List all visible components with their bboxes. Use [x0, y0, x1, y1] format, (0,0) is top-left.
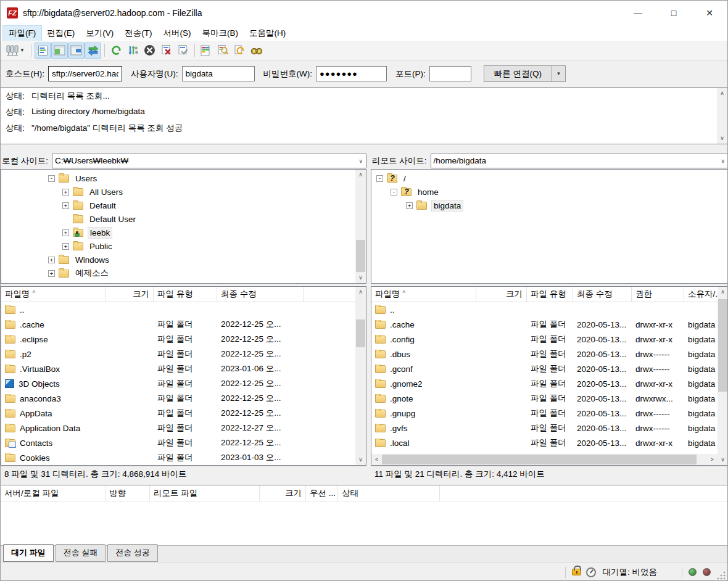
port-input[interactable] [429, 66, 471, 81]
column-header-name[interactable]: 파일명 [371, 287, 476, 302]
menu-help[interactable]: 도움말(H) [244, 26, 291, 41]
menu-file[interactable]: 파일(F) [3, 26, 41, 41]
table-row[interactable]: .p2파일 폴더2022-12-25 오... [1, 347, 366, 361]
table-row[interactable]: .. [371, 302, 728, 317]
table-row[interactable]: .eclipse파일 폴더2022-12-25 오... [1, 332, 366, 347]
username-input[interactable] [182, 66, 255, 81]
chevron-down-icon[interactable]: ∨ [721, 158, 725, 164]
site-manager-dropdown-icon[interactable]: ▼ [20, 47, 25, 53]
speed-limit-icon[interactable] [586, 567, 596, 577]
tree-item[interactable]: +All Users [1, 185, 366, 199]
scroll-up-icon[interactable]: ∧ [355, 287, 366, 297]
scroll-left-icon[interactable]: < [371, 456, 382, 463]
column-header-size[interactable]: 크기 [106, 287, 154, 302]
scroll-right-icon[interactable]: > [707, 456, 718, 463]
scrollbar-thumb[interactable] [718, 299, 727, 392]
tab-failed-transfers[interactable]: 전송 실패 [56, 544, 106, 562]
process-queue-icon[interactable] [125, 43, 141, 59]
column-header-server-local[interactable]: 서버/로컬 파일 [1, 485, 105, 501]
filter-files-icon[interactable] [215, 43, 231, 59]
expand-icon[interactable]: + [48, 270, 55, 277]
scroll-down-icon[interactable]: ∨ [355, 273, 366, 283]
column-header-owner[interactable]: 소유자/... [684, 287, 719, 302]
column-header-permissions[interactable]: 권한 [632, 287, 684, 302]
collapse-icon[interactable]: - [391, 189, 397, 196]
maximize-button[interactable]: □ [656, 1, 692, 25]
tree-item-selected[interactable]: +leebk [1, 226, 366, 239]
tree-item[interactable]: +예제소스 [1, 266, 366, 280]
collapse-icon[interactable]: - [48, 175, 55, 182]
menu-transfer[interactable]: 전송(T) [119, 26, 157, 41]
column-header-status[interactable]: 상태 [338, 485, 440, 501]
queue-body[interactable] [1, 501, 727, 545]
table-row[interactable]: .cache파일 폴더2022-12-25 오... [1, 317, 366, 332]
toggle-queue-icon[interactable] [85, 43, 101, 59]
scrollbar-thumb[interactable] [382, 455, 697, 464]
splitter[interactable] [1, 144, 727, 152]
remote-site-combo[interactable]: /home/bigdata∨ [431, 154, 728, 168]
table-row[interactable]: .gconf파일 폴더2020-05-13...drwx------bigdat… [371, 361, 728, 376]
table-row[interactable]: AppData파일 폴더2022-12-25 오... [1, 406, 366, 421]
column-header-size[interactable]: 크기 [476, 287, 527, 302]
directory-compare-icon[interactable] [198, 43, 215, 59]
log-scrollbar[interactable]: ∧ ∨ [717, 88, 727, 144]
column-header-remote-file[interactable]: 리모트 파일 [150, 485, 260, 501]
scroll-up-icon[interactable]: ∧ [718, 287, 728, 297]
remote-list-scrollbar[interactable]: ∧ ∨ [718, 287, 728, 465]
table-row[interactable]: .gvfs파일 폴더2020-05-13...drwx------bigdata… [371, 421, 728, 435]
local-site-combo[interactable]: C:₩Users₩leebk₩∨ [52, 154, 366, 168]
table-row[interactable]: .gnote파일 폴더2020-05-13...drwxrwx...bigdat… [371, 391, 728, 406]
scroll-down-icon[interactable]: ∨ [355, 455, 366, 465]
quickconnect-button[interactable]: 빠른 연결(Q) [484, 65, 552, 82]
table-row[interactable]: .gnome2파일 폴더2020-05-13...drwxr-xr-xbigda… [371, 376, 728, 391]
menu-view[interactable]: 보기(V) [80, 26, 119, 41]
menu-bookmarks[interactable]: 북마크(B) [197, 26, 244, 41]
scroll-up-icon[interactable]: ∧ [717, 88, 727, 99]
tree-item[interactable]: -home [371, 185, 728, 199]
expand-icon[interactable]: + [48, 257, 55, 263]
refresh-icon[interactable] [108, 43, 125, 59]
lock-icon[interactable] [572, 569, 581, 575]
expand-icon[interactable]: + [62, 189, 69, 196]
column-header-type[interactable]: 파일 유형 [154, 287, 217, 302]
table-row[interactable]: .gnupg파일 폴더2020-05-13...drwx------bigdat… [371, 406, 728, 421]
tab-queued-files[interactable]: 대기 파일 [3, 544, 54, 562]
cancel-icon[interactable] [141, 43, 158, 59]
table-row[interactable]: .dbus파일 폴더2020-05-13...drwx------bigdata… [371, 347, 728, 361]
expand-icon[interactable]: + [62, 243, 69, 250]
tree-item[interactable]: -/ [371, 171, 728, 185]
tree-item[interactable]: +Public [1, 239, 366, 253]
table-row[interactable]: Application Data파일 폴더2022-12-27 오... [1, 421, 366, 435]
tree-item[interactable]: +Default [1, 199, 366, 212]
menu-edit[interactable]: 편집(E) [41, 26, 80, 41]
scroll-up-icon[interactable]: ∧ [355, 170, 366, 180]
column-header-type[interactable]: 파일 유형 [527, 287, 573, 302]
scrollbar-thumb[interactable] [356, 319, 365, 347]
disconnect-icon[interactable] [158, 43, 175, 59]
tree-item[interactable]: -Users [1, 171, 366, 185]
quickconnect-dropdown-icon[interactable]: ▼ [552, 65, 566, 82]
table-row[interactable]: .local파일 폴더2020-05-13...drwxr-xr-xbigdat… [371, 435, 728, 450]
toggle-remote-tree-icon[interactable] [68, 43, 85, 59]
remote-horizontal-scrollbar[interactable]: < > [371, 454, 718, 465]
close-button[interactable]: ✕ [692, 1, 727, 25]
find-files-icon[interactable] [248, 43, 265, 59]
table-row[interactable]: .cache파일 폴더2020-05-13...drwxr-xr-xbigdat… [371, 317, 728, 332]
tab-successful-transfers[interactable]: 전송 성공 [107, 544, 158, 562]
column-header-size[interactable]: 크기 [260, 485, 306, 501]
resize-grip[interactable] [717, 571, 726, 580]
menu-server[interactable]: 서버(S) [158, 26, 197, 41]
table-row[interactable]: anaconda3파일 폴더2022-12-25 오... [1, 391, 366, 406]
table-row[interactable]: 3D Objects파일 폴더2022-12-25 오... [1, 376, 366, 391]
site-manager-icon[interactable]: ▼ [3, 43, 28, 59]
local-tree-scrollbar[interactable]: ∧ ∨ [355, 170, 366, 283]
synchronized-browsing-icon[interactable] [231, 43, 248, 59]
expand-icon[interactable]: + [62, 202, 69, 209]
expand-icon[interactable]: + [62, 229, 69, 236]
column-header-modified[interactable]: 최종 수정 [573, 287, 632, 302]
chevron-down-icon[interactable]: ∨ [358, 158, 363, 164]
table-row[interactable]: Cookies파일 폴더2023-01-03 오... [1, 450, 366, 465]
collapse-icon[interactable]: - [376, 175, 383, 182]
reconnect-icon[interactable] [175, 43, 191, 59]
toggle-local-tree-icon[interactable] [51, 43, 68, 59]
